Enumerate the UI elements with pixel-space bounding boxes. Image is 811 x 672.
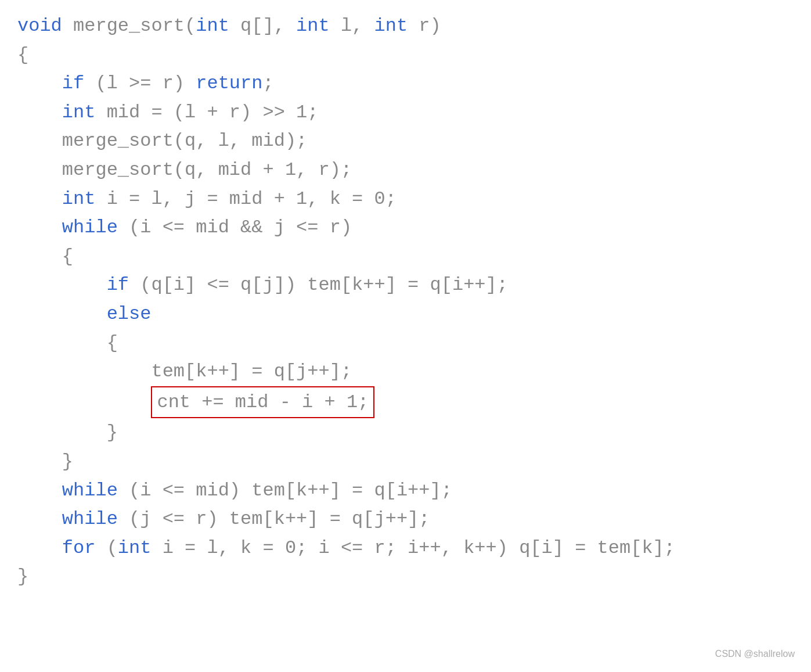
code-text: } (107, 422, 118, 443)
code-text: merge_sort(q, l, mid); (62, 130, 307, 152)
code-text: { (17, 44, 28, 66)
keyword: while (62, 217, 118, 238)
code-text: (i <= mid && j <= r) (118, 217, 352, 238)
keyword: if (107, 274, 129, 296)
keyword: if (62, 73, 84, 94)
code-text: i = l, k = 0; i <= r; i++, k++) q[i] = t… (151, 537, 675, 559)
code-line: void merge_sort(int q[], int l, int r) (17, 12, 794, 41)
keyword: else (107, 303, 152, 325)
code-line: { (17, 242, 794, 271)
code-line: while (i <= mid) tem[k++] = q[i++]; (17, 476, 794, 505)
keyword: for (62, 537, 96, 559)
code-text: q[], (229, 15, 296, 37)
keyword: while (62, 480, 118, 501)
code-text: ; (262, 73, 273, 94)
code-line: else (17, 300, 794, 329)
code-text: l, (330, 15, 374, 37)
code-line: if (q[i] <= q[j]) tem[k++] = q[i++]; (17, 271, 794, 300)
code-text: mid = (l + r) >> 1; (95, 102, 318, 123)
keyword: while (62, 508, 118, 530)
code-container: void merge_sort(int q[], int l, int r){ … (17, 12, 794, 591)
code-text: (i <= mid) tem[k++] = q[i++]; (118, 480, 452, 501)
code-line: while (j <= r) tem[k++] = q[j++]; (17, 505, 794, 534)
code-text: merge_sort( (62, 15, 196, 37)
keyword: int (196, 15, 229, 37)
keyword: return (196, 73, 262, 94)
code-text: (j <= r) tem[k++] = q[j++]; (118, 508, 430, 530)
keyword: int (296, 15, 330, 37)
code-text: } (62, 451, 73, 472)
code-line: int i = l, j = mid + 1, k = 0; (17, 185, 794, 214)
keyword: int (118, 537, 152, 559)
code-line: if (l >= r) return; (17, 69, 794, 98)
code-line: } (17, 447, 794, 476)
code-line: merge_sort(q, l, mid); (17, 127, 794, 156)
code-line: for (int i = l, k = 0; i <= r; i++, k++)… (17, 534, 794, 563)
code-line: tem[k++] = q[j++]; (17, 357, 794, 386)
code-line: int mid = (l + r) >> 1; (17, 98, 794, 127)
code-line: } (17, 562, 794, 591)
code-text: { (107, 332, 118, 354)
code-line: } (17, 418, 794, 447)
code-text: } (17, 566, 28, 587)
code-text: ( (95, 537, 117, 559)
code-text: (q[i] <= q[j]) tem[k++] = q[i++]; (129, 274, 508, 296)
code-text: r) (408, 15, 441, 37)
code-line: merge_sort(q, mid + 1, r); (17, 156, 794, 185)
code-text: (l >= r) (84, 73, 196, 94)
highlighted-code: cnt += mid - i + 1; (151, 386, 374, 419)
code-text: i = l, j = mid + 1, k = 0; (95, 188, 396, 210)
code-text: { (62, 246, 73, 267)
watermark: CSDN @shallrelow (715, 647, 795, 662)
code-text: tem[k++] = q[j++]; (151, 361, 352, 382)
code-line: { (17, 41, 794, 70)
keyword: int (62, 188, 96, 210)
keyword: int (62, 102, 96, 123)
code-line: { (17, 329, 794, 358)
code-line: cnt += mid - i + 1; (17, 386, 794, 419)
keyword: int (374, 15, 408, 37)
keyword: void (17, 15, 62, 37)
code-line: while (i <= mid && j <= r) (17, 213, 794, 242)
code-text: merge_sort(q, mid + 1, r); (62, 159, 352, 181)
